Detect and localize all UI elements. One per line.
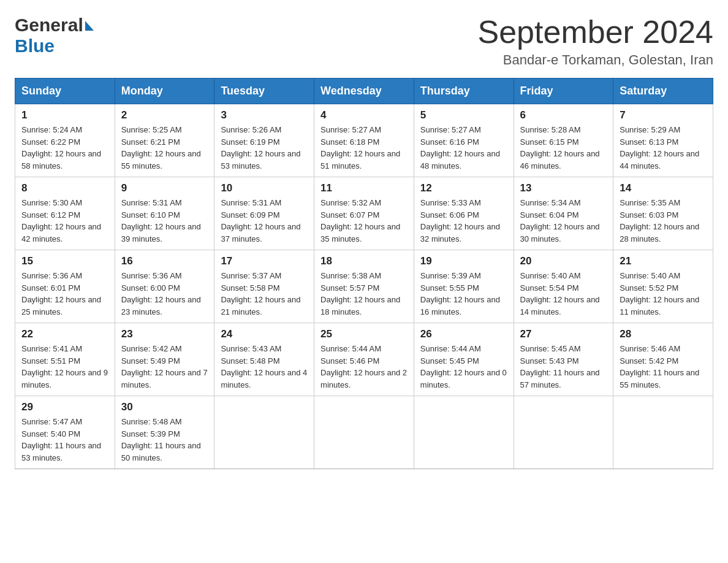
calendar-week-row: 22 Sunrise: 5:41 AM Sunset: 5:51 PM Dayl… [15,323,713,396]
day-number: 6 [520,109,607,121]
day-info: Sunrise: 5:43 AM Sunset: 5:48 PM Dayligh… [221,343,308,391]
weekday-header-wednesday: Wednesday [314,79,414,104]
day-info: Sunrise: 5:38 AM Sunset: 5:57 PM Dayligh… [320,270,408,318]
day-number: 7 [620,109,707,121]
day-number: 11 [320,182,408,194]
day-info: Sunrise: 5:41 AM Sunset: 5:51 PM Dayligh… [21,343,108,391]
day-number: 17 [221,255,308,267]
day-number: 15 [21,255,108,267]
location-title: Bandar-e Torkaman, Golestan, Iran [478,52,714,68]
calendar-day-cell [314,396,414,469]
calendar-day-cell: 4 Sunrise: 5:27 AM Sunset: 6:18 PM Dayli… [314,104,414,177]
calendar-day-cell: 18 Sunrise: 5:38 AM Sunset: 5:57 PM Dayl… [314,250,414,323]
calendar-week-row: 29 Sunrise: 5:47 AM Sunset: 5:40 PM Dayl… [15,396,713,469]
calendar-day-cell: 6 Sunrise: 5:28 AM Sunset: 6:15 PM Dayli… [514,104,613,177]
calendar-week-row: 8 Sunrise: 5:30 AM Sunset: 6:12 PM Dayli… [15,177,713,250]
calendar-day-cell: 29 Sunrise: 5:47 AM Sunset: 5:40 PM Dayl… [15,396,115,469]
day-info: Sunrise: 5:25 AM Sunset: 6:21 PM Dayligh… [121,124,208,172]
calendar-day-cell: 15 Sunrise: 5:36 AM Sunset: 6:01 PM Dayl… [15,250,115,323]
day-info: Sunrise: 5:36 AM Sunset: 6:00 PM Dayligh… [121,270,208,318]
calendar-day-cell: 24 Sunrise: 5:43 AM Sunset: 5:48 PM Dayl… [214,323,314,396]
calendar-table: SundayMondayTuesdayWednesdayThursdayFrid… [15,78,713,469]
calendar-day-cell: 9 Sunrise: 5:31 AM Sunset: 6:10 PM Dayli… [115,177,214,250]
day-info: Sunrise: 5:46 AM Sunset: 5:42 PM Dayligh… [620,343,707,391]
day-number: 4 [320,109,408,121]
day-number: 2 [121,109,208,121]
day-number: 29 [21,401,108,413]
day-number: 18 [320,255,408,267]
day-number: 19 [420,255,507,267]
weekday-header-tuesday: Tuesday [214,79,314,104]
day-number: 23 [121,328,208,340]
day-info: Sunrise: 5:26 AM Sunset: 6:19 PM Dayligh… [221,124,308,172]
day-number: 21 [620,255,707,267]
weekday-header-thursday: Thursday [414,79,514,104]
calendar-day-cell: 16 Sunrise: 5:36 AM Sunset: 6:00 PM Dayl… [115,250,214,323]
logo-blue-text: Blue [15,36,55,56]
day-info: Sunrise: 5:39 AM Sunset: 5:55 PM Dayligh… [420,270,507,318]
day-number: 20 [520,255,607,267]
day-info: Sunrise: 5:37 AM Sunset: 5:58 PM Dayligh… [221,270,308,318]
day-info: Sunrise: 5:44 AM Sunset: 5:45 PM Dayligh… [420,343,507,391]
page-header: General Blue September 2024 Bandar-e Tor… [15,15,713,68]
logo-arrow-icon [85,21,94,31]
day-info: Sunrise: 5:27 AM Sunset: 6:16 PM Dayligh… [420,124,507,172]
day-info: Sunrise: 5:44 AM Sunset: 5:46 PM Dayligh… [320,343,408,391]
day-info: Sunrise: 5:47 AM Sunset: 5:40 PM Dayligh… [21,416,108,464]
day-number: 13 [520,182,607,194]
weekday-header-friday: Friday [514,79,613,104]
day-number: 28 [620,328,707,340]
calendar-day-cell: 25 Sunrise: 5:44 AM Sunset: 5:46 PM Dayl… [314,323,414,396]
calendar-day-cell: 2 Sunrise: 5:25 AM Sunset: 6:21 PM Dayli… [115,104,214,177]
calendar-week-row: 15 Sunrise: 5:36 AM Sunset: 6:01 PM Dayl… [15,250,713,323]
day-info: Sunrise: 5:29 AM Sunset: 6:13 PM Dayligh… [620,124,707,172]
day-number: 8 [21,182,108,194]
day-info: Sunrise: 5:34 AM Sunset: 6:04 PM Dayligh… [520,197,607,245]
day-info: Sunrise: 5:36 AM Sunset: 6:01 PM Dayligh… [21,270,108,318]
day-number: 3 [221,109,308,121]
calendar-day-cell: 13 Sunrise: 5:34 AM Sunset: 6:04 PM Dayl… [514,177,613,250]
day-info: Sunrise: 5:30 AM Sunset: 6:12 PM Dayligh… [21,197,108,245]
logo-general-text: General [15,15,83,36]
day-number: 12 [420,182,507,194]
calendar-day-cell: 26 Sunrise: 5:44 AM Sunset: 5:45 PM Dayl… [414,323,514,396]
day-info: Sunrise: 5:31 AM Sunset: 6:09 PM Dayligh… [221,197,308,245]
day-number: 30 [121,401,208,413]
day-number: 16 [121,255,208,267]
calendar-day-cell: 27 Sunrise: 5:45 AM Sunset: 5:43 PM Dayl… [514,323,613,396]
month-title: September 2024 [478,15,714,50]
weekday-header-monday: Monday [115,79,214,104]
day-number: 22 [21,328,108,340]
weekday-header-row: SundayMondayTuesdayWednesdayThursdayFrid… [15,79,713,104]
day-info: Sunrise: 5:32 AM Sunset: 6:07 PM Dayligh… [320,197,408,245]
day-info: Sunrise: 5:45 AM Sunset: 5:43 PM Dayligh… [520,343,607,391]
calendar-day-cell: 23 Sunrise: 5:42 AM Sunset: 5:49 PM Dayl… [115,323,214,396]
calendar-day-cell: 10 Sunrise: 5:31 AM Sunset: 6:09 PM Dayl… [214,177,314,250]
calendar-day-cell: 3 Sunrise: 5:26 AM Sunset: 6:19 PM Dayli… [214,104,314,177]
day-number: 1 [21,109,108,121]
calendar-day-cell: 19 Sunrise: 5:39 AM Sunset: 5:55 PM Dayl… [414,250,514,323]
calendar-day-cell: 5 Sunrise: 5:27 AM Sunset: 6:16 PM Dayli… [414,104,514,177]
calendar-day-cell: 11 Sunrise: 5:32 AM Sunset: 6:07 PM Dayl… [314,177,414,250]
calendar-day-cell [414,396,514,469]
day-info: Sunrise: 5:31 AM Sunset: 6:10 PM Dayligh… [121,197,208,245]
calendar-day-cell: 12 Sunrise: 5:33 AM Sunset: 6:06 PM Dayl… [414,177,514,250]
day-info: Sunrise: 5:33 AM Sunset: 6:06 PM Dayligh… [420,197,507,245]
calendar-day-cell: 20 Sunrise: 5:40 AM Sunset: 5:54 PM Dayl… [514,250,613,323]
day-number: 25 [320,328,408,340]
calendar-day-cell [613,396,713,469]
day-number: 9 [121,182,208,194]
day-info: Sunrise: 5:28 AM Sunset: 6:15 PM Dayligh… [520,124,607,172]
day-number: 24 [221,328,308,340]
day-number: 5 [420,109,507,121]
day-info: Sunrise: 5:35 AM Sunset: 6:03 PM Dayligh… [620,197,707,245]
calendar-day-cell: 17 Sunrise: 5:37 AM Sunset: 5:58 PM Dayl… [214,250,314,323]
calendar-day-cell: 30 Sunrise: 5:48 AM Sunset: 5:39 PM Dayl… [115,396,214,469]
day-info: Sunrise: 5:42 AM Sunset: 5:49 PM Dayligh… [121,343,208,391]
calendar-day-cell: 21 Sunrise: 5:40 AM Sunset: 5:52 PM Dayl… [613,250,713,323]
day-number: 27 [520,328,607,340]
day-info: Sunrise: 5:24 AM Sunset: 6:22 PM Dayligh… [21,124,108,172]
calendar-day-cell: 7 Sunrise: 5:29 AM Sunset: 6:13 PM Dayli… [613,104,713,177]
calendar-day-cell: 14 Sunrise: 5:35 AM Sunset: 6:03 PM Dayl… [613,177,713,250]
logo: General Blue [15,15,94,56]
